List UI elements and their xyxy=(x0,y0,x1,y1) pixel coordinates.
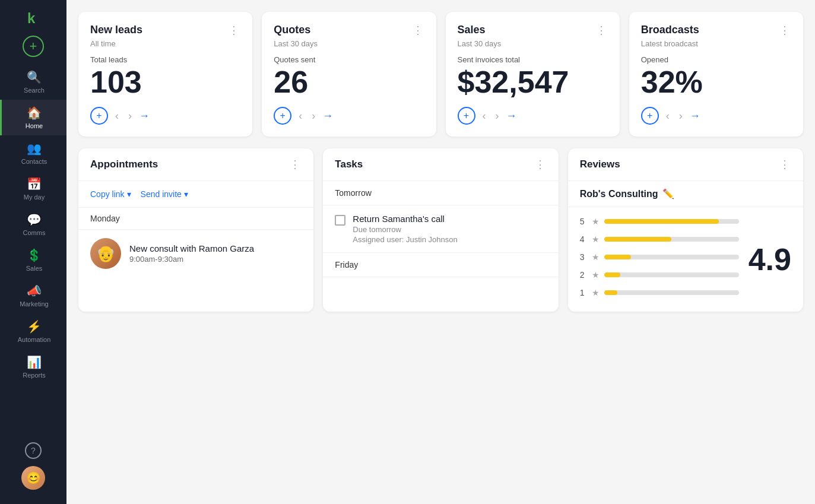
reviews-header: Reviews ⋮ xyxy=(568,148,803,181)
appointment-info: New consult with Ramon Garza 9:00am-9:30… xyxy=(129,243,254,264)
new-leads-next-arrow[interactable]: › xyxy=(126,107,134,125)
rating-bar-fill xyxy=(604,237,672,242)
sales-subtitle: Last 30 days xyxy=(458,39,608,48)
tasks-title: Tasks xyxy=(335,159,363,170)
reports-icon: 📊 xyxy=(27,355,42,369)
quotes-add-button[interactable]: + xyxy=(274,107,291,125)
rating-bar-bg xyxy=(604,255,739,259)
quotes-subtitle: Last 30 days xyxy=(274,39,424,48)
rating-bar-row: 3 ★ xyxy=(580,252,739,262)
sidebar-item-search[interactable]: 🔍 Search xyxy=(0,64,66,100)
chevron-down-icon: ▾ xyxy=(184,189,188,199)
appointments-panel: Appointments ⋮ Copy link ▾ Send invite ▾… xyxy=(78,148,313,312)
sidebar-item-sales[interactable]: 💲 Sales xyxy=(0,242,66,278)
sidebar-item-label: Search xyxy=(24,87,45,94)
broadcasts-next-arrow[interactable]: › xyxy=(677,107,685,125)
search-icon: 🔍 xyxy=(27,70,42,84)
stat-cards-row: New leads ⋮ All time Total leads 103 + ‹… xyxy=(78,12,803,137)
broadcasts-go-arrow[interactable]: → xyxy=(690,110,700,122)
sidebar-item-marketing[interactable]: 📣 Marketing xyxy=(0,278,66,313)
star-icon: ★ xyxy=(592,252,600,262)
appointment-item[interactable]: 👴 New consult with Ramon Garza 9:00am-9:… xyxy=(78,230,313,277)
comms-icon: 💬 xyxy=(27,213,42,227)
copy-link-button[interactable]: Copy link ▾ xyxy=(90,189,131,199)
star-number: 5 xyxy=(580,217,587,226)
sidebar: k + 🔍 Search 🏠 Home 👥 Contacts 📅 My day … xyxy=(0,0,66,504)
tasks-tomorrow-label: Tomorrow xyxy=(323,181,558,205)
new-leads-menu[interactable]: ⋮ xyxy=(229,24,240,37)
broadcasts-add-button[interactable]: + xyxy=(641,107,659,125)
task-info: Return Samantha's call Due tomorrow Assi… xyxy=(353,214,457,244)
broadcasts-prev-arrow[interactable]: ‹ xyxy=(664,107,672,125)
new-leads-go-arrow[interactable]: → xyxy=(139,110,150,122)
reviews-panel: Reviews ⋮ Rob's Consulting ✏️ 5 ★ 4 xyxy=(568,148,803,312)
send-invite-button[interactable]: Send invite ▾ xyxy=(141,189,188,199)
new-leads-add-button[interactable]: + xyxy=(90,107,108,125)
broadcasts-menu[interactable]: ⋮ xyxy=(779,24,791,37)
sidebar-item-home[interactable]: 🏠 Home xyxy=(0,100,66,135)
sales-prev-arrow[interactable]: ‹ xyxy=(480,107,489,125)
rating-bar-fill xyxy=(604,219,719,224)
new-leads-subtitle: All time xyxy=(90,39,240,48)
quotes-prev-arrow[interactable]: ‹ xyxy=(296,107,305,125)
sidebar-item-contacts[interactable]: 👥 Contacts xyxy=(0,135,66,171)
rating-bar-bg xyxy=(604,237,739,242)
star-icon: ★ xyxy=(592,288,600,297)
sidebar-item-comms[interactable]: 💬 Comms xyxy=(0,207,66,242)
star-icon: ★ xyxy=(592,217,600,226)
sales-go-arrow[interactable]: → xyxy=(506,110,517,122)
quotes-value: 26 xyxy=(274,66,424,97)
rating-bar-row: 1 ★ xyxy=(580,288,739,297)
broadcasts-value: 32% xyxy=(641,66,791,97)
quotes-go-arrow[interactable]: → xyxy=(322,110,333,122)
contacts-icon: 👥 xyxy=(27,141,42,156)
broadcasts-title: Broadcasts xyxy=(641,24,699,36)
task-assigned: Assigned user: Justin Johnson xyxy=(353,235,457,244)
help-button[interactable]: ? xyxy=(25,442,42,459)
my-day-icon: 📅 xyxy=(27,177,42,191)
sidebar-item-label: Home xyxy=(26,122,43,129)
sidebar-nav: 🔍 Search 🏠 Home 👥 Contacts 📅 My day 💬 Co… xyxy=(0,64,66,442)
appointments-header: Appointments ⋮ xyxy=(78,148,313,181)
sales-menu[interactable]: ⋮ xyxy=(596,24,608,37)
reviews-content: 5 ★ 4 ★ 3 ★ 2 ★ 1 ★ xyxy=(580,217,791,302)
add-button[interactable]: + xyxy=(23,36,44,57)
broadcasts-card: Broadcasts ⋮ Latest broadcast Opened 32%… xyxy=(629,12,803,137)
user-avatar[interactable]: 😊 xyxy=(21,466,45,490)
sales-footer: + ‹ › → xyxy=(458,107,608,125)
sales-card: Sales ⋮ Last 30 days Sent invoices total… xyxy=(446,12,620,137)
sales-next-arrow[interactable]: › xyxy=(493,107,502,125)
sidebar-item-automation[interactable]: ⚡ Automation xyxy=(0,313,66,349)
rating-bar-row: 4 ★ xyxy=(580,234,739,244)
quotes-title: Quotes xyxy=(274,24,310,36)
big-rating: 4.9 xyxy=(749,242,791,277)
sales-add-button[interactable]: + xyxy=(458,107,475,125)
sidebar-item-my-day[interactable]: 📅 My day xyxy=(0,171,66,207)
logo: k xyxy=(23,7,44,31)
new-leads-card: New leads ⋮ All time Total leads 103 + ‹… xyxy=(78,12,252,137)
rating-bar-bg xyxy=(604,272,739,277)
appointments-actions: Copy link ▾ Send invite ▾ xyxy=(78,181,313,208)
main-content: New leads ⋮ All time Total leads 103 + ‹… xyxy=(66,0,815,504)
edit-icon[interactable]: ✏️ xyxy=(662,188,674,199)
tasks-menu[interactable]: ⋮ xyxy=(535,158,547,171)
appointments-menu[interactable]: ⋮ xyxy=(290,158,302,171)
quotes-footer: + ‹ › → xyxy=(274,107,424,125)
sidebar-item-reports[interactable]: 📊 Reports xyxy=(0,349,66,385)
star-icon: ★ xyxy=(592,234,600,244)
star-number: 4 xyxy=(580,234,587,244)
task-checkbox[interactable] xyxy=(335,215,345,226)
new-leads-prev-arrow[interactable]: ‹ xyxy=(113,107,121,125)
quotes-menu[interactable]: ⋮ xyxy=(413,24,424,37)
rating-bar-row: 5 ★ xyxy=(580,217,739,226)
star-icon: ★ xyxy=(592,270,600,280)
appointments-day: Monday xyxy=(78,208,313,230)
rating-bar-fill xyxy=(604,255,631,259)
quotes-next-arrow[interactable]: › xyxy=(309,107,318,125)
new-leads-value: 103 xyxy=(90,66,240,97)
bottom-cards-row: Appointments ⋮ Copy link ▾ Send invite ▾… xyxy=(78,148,803,312)
reviews-menu[interactable]: ⋮ xyxy=(779,158,791,171)
new-leads-title: New leads xyxy=(90,24,142,36)
task-item: Return Samantha's call Due tomorrow Assi… xyxy=(323,205,558,253)
marketing-icon: 📣 xyxy=(27,284,42,298)
